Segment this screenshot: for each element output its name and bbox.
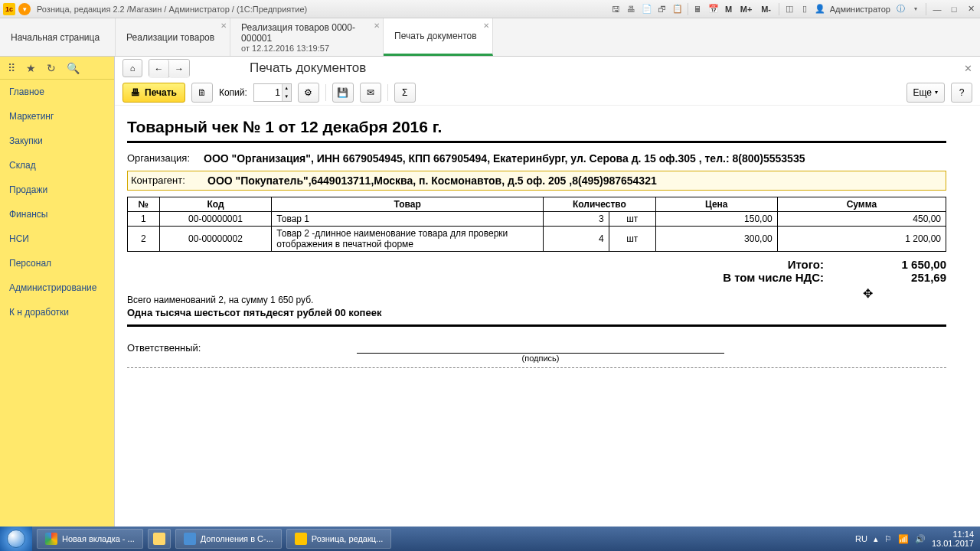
- sidebar-item-custom[interactable]: К н доработки: [0, 300, 114, 324]
- tray-flag-icon[interactable]: ▴: [874, 534, 878, 544]
- doc-icon[interactable]: 📄: [642, 4, 652, 15]
- tab-realizations[interactable]: Реализации товаров ✕: [116, 18, 230, 56]
- sidebar-item-finances[interactable]: Финансы: [0, 202, 114, 227]
- sign-row: Ответственный:: [127, 342, 946, 354]
- sidebar-item-nsi[interactable]: НСИ: [0, 227, 114, 251]
- print-icon[interactable]: 🖶: [626, 4, 637, 15]
- printer-icon: 🖶: [131, 87, 140, 98]
- sidebar-item-warehouse[interactable]: Склад: [0, 153, 114, 178]
- sidebar-item-main[interactable]: Главное: [0, 80, 114, 104]
- cell-qty: 3: [544, 212, 609, 227]
- close-panel-icon[interactable]: ✕: [964, 63, 972, 74]
- calc-icon[interactable]: 🖩: [693, 4, 704, 15]
- sidebar-icon-row: ⠿ ★ ↻ 🔍: [0, 57, 114, 80]
- info-dropdown-icon[interactable]: ▾: [910, 4, 921, 15]
- cell-name: Товар 2 -длинное наименование товара для…: [272, 227, 544, 252]
- window-title: Розница, редакция 2.2 /Магазин / Админис…: [37, 5, 307, 14]
- cell-qty: 4: [544, 227, 609, 252]
- maximize-button[interactable]: □: [948, 4, 960, 15]
- tray-network-icon[interactable]: 📶: [898, 534, 909, 544]
- star-icon[interactable]: ★: [26, 62, 36, 74]
- table-header-row: № Код Товар Количество Цена Сумма: [128, 197, 946, 212]
- minimize-button[interactable]: —: [931, 4, 943, 15]
- m-plus-button[interactable]: M+: [739, 4, 754, 15]
- m-button[interactable]: M: [724, 4, 734, 15]
- clipboard-icon[interactable]: 📋: [672, 4, 683, 15]
- tray-action-icon[interactable]: ⚐: [884, 534, 892, 544]
- items-table: № Код Товар Количество Цена Сумма 100-00…: [127, 197, 946, 252]
- tab-start-page[interactable]: Начальная страница: [0, 18, 116, 56]
- content: ⌂ ← → Печать документов ✕ 🖶 Печать 🗎 Коп…: [115, 57, 980, 527]
- print-label: Печать: [145, 87, 177, 98]
- tab-row: Начальная страница Реализации товаров ✕ …: [0, 18, 980, 57]
- calendar-icon[interactable]: 📅: [708, 4, 719, 15]
- total-label: Итого:: [257, 258, 854, 271]
- layout-icon[interactable]: ◫: [784, 4, 795, 15]
- start-button[interactable]: [0, 527, 32, 551]
- save-button[interactable]: 💾: [332, 83, 354, 103]
- clock[interactable]: 11:14 13.01.2017: [932, 530, 974, 548]
- print-button[interactable]: 🖶 Печать: [122, 83, 185, 103]
- copies-stepper[interactable]: ▲▼: [253, 83, 292, 102]
- sum-button[interactable]: Σ: [394, 83, 416, 103]
- taskbar: Новая вкладка - ... Дополнения в С-... Р…: [0, 527, 980, 551]
- task-addons[interactable]: Дополнения в С-...: [175, 529, 282, 549]
- windows-logo-icon: [7, 530, 25, 548]
- th-name: Товар: [272, 197, 544, 212]
- spin-down-icon[interactable]: ▼: [282, 93, 291, 101]
- task-chrome[interactable]: Новая вкладка - ...: [37, 529, 143, 549]
- document-area[interactable]: Товарный чек № 1 от 12 декабря 2016 г. О…: [115, 106, 980, 527]
- home-button[interactable]: ⌂: [122, 59, 142, 77]
- help-button[interactable]: ?: [951, 83, 972, 103]
- compare-icon[interactable]: 🗗: [657, 4, 668, 15]
- more-button[interactable]: Еще ▾: [906, 83, 945, 103]
- close-icon[interactable]: ✕: [374, 21, 380, 30]
- vat-label: В том числе НДС:: [257, 271, 854, 284]
- spin-up-icon[interactable]: ▲: [282, 84, 291, 93]
- close-icon[interactable]: ✕: [483, 21, 489, 30]
- content-header: ⌂ ← → Печать документов ✕: [115, 57, 980, 80]
- app-icon: [184, 533, 196, 545]
- save-icon[interactable]: 🖫: [611, 4, 622, 15]
- th-code: Код: [159, 197, 272, 212]
- move-cursor-icon: ✥: [863, 286, 873, 301]
- close-icon[interactable]: ✕: [220, 21, 227, 30]
- tab-label: Реализации товаров: [126, 32, 214, 43]
- org-row: Организация: ООО "Организация", ИНН 6679…: [127, 152, 946, 165]
- tab-print-docs[interactable]: Печать документов ✕: [384, 18, 493, 56]
- mail-button[interactable]: ✉: [360, 83, 381, 103]
- forward-button[interactable]: →: [169, 60, 189, 78]
- task-1c[interactable]: Розница, редакц...: [286, 529, 391, 549]
- sidebar-item-purchases[interactable]: Закупки: [0, 129, 114, 153]
- menu-icon[interactable]: ⠿: [8, 62, 15, 74]
- tray-sound-icon[interactable]: 🔊: [915, 534, 926, 544]
- close-button[interactable]: ✕: [965, 4, 977, 15]
- m-minus-button[interactable]: M-: [759, 4, 774, 15]
- cell-name: Товар 1: [272, 212, 544, 227]
- cell-unit: шт: [609, 227, 655, 252]
- panel-icon[interactable]: ▯: [799, 4, 810, 15]
- sidebar-item-admin[interactable]: Администрирование: [0, 276, 114, 300]
- task-explorer[interactable]: [148, 529, 171, 549]
- onec-icon: [295, 533, 307, 545]
- tab-realization-doc[interactable]: Реализация товаров 0000-000001 от 12.12.…: [230, 18, 384, 56]
- table-row[interactable]: 100-00000001Товар 13шт150,00450,00: [128, 212, 946, 227]
- preview-button[interactable]: 🗎: [191, 83, 213, 103]
- search-icon[interactable]: 🔍: [67, 62, 80, 74]
- sidebar-item-personnel[interactable]: Персонал: [0, 251, 114, 276]
- doc-title: Товарный чек № 1 от 12 декабря 2016 г.: [127, 118, 946, 143]
- contractor-row[interactable]: Контрагент: ООО "Покупатель",6449013711,…: [127, 171, 946, 191]
- table-row[interactable]: 200-00000002Товар 2 -длинное наименовани…: [128, 227, 946, 252]
- sidebar-item-marketing[interactable]: Маркетинг: [0, 104, 114, 129]
- settings-button[interactable]: ⚙: [298, 83, 319, 103]
- back-button[interactable]: ←: [149, 60, 169, 78]
- info-icon[interactable]: ⓘ: [895, 4, 906, 15]
- th-qty: Количество: [544, 197, 656, 212]
- user-icon: 👤: [815, 4, 825, 15]
- sidebar-item-sales[interactable]: Продажи: [0, 178, 114, 202]
- history-icon[interactable]: ↻: [47, 62, 56, 74]
- lang-indicator[interactable]: RU: [855, 534, 867, 543]
- nav-dropdown-icon[interactable]: ▾: [18, 3, 31, 15]
- cell-price: 300,00: [655, 227, 777, 252]
- th-sum: Сумма: [777, 197, 946, 212]
